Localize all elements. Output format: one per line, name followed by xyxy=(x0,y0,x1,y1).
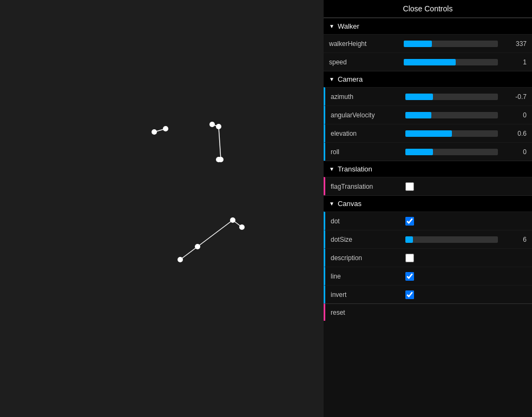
reset-row: reset xyxy=(324,303,532,321)
reset-label: reset xyxy=(331,309,345,316)
flag-translation-checkbox[interactable] xyxy=(405,182,414,191)
roll-value: 0 xyxy=(502,148,527,156)
invert-row: invert xyxy=(324,285,532,303)
angular-velocity-value: 0 xyxy=(502,111,527,119)
walker-height-value: 337 xyxy=(502,40,527,48)
close-controls-label: Close Controls xyxy=(403,4,453,13)
walker-height-slider-container[interactable] xyxy=(404,41,498,47)
description-label: description xyxy=(331,254,401,262)
elevation-label: elevation xyxy=(331,130,401,137)
translation-section-label: Translation xyxy=(338,165,372,173)
description-row: description xyxy=(324,248,532,267)
dot-checkbox[interactable] xyxy=(405,217,414,226)
roll-slider-container[interactable] xyxy=(405,149,498,155)
invert-label: invert xyxy=(331,291,401,299)
camera-section-header[interactable]: ▼ Camera xyxy=(324,71,532,87)
speed-slider-track[interactable] xyxy=(404,59,498,65)
main-canvas xyxy=(0,0,324,417)
azimuth-label: azimuth xyxy=(331,93,401,101)
elevation-slider-track[interactable] xyxy=(405,130,498,137)
walker-height-slider-fill xyxy=(404,41,432,47)
dot-label: dot xyxy=(331,217,401,225)
panel-header[interactable]: Close Controls xyxy=(324,0,532,18)
flag-translation-label: flagTranslation xyxy=(331,183,401,190)
line-row: line xyxy=(324,267,532,285)
speed-slider-fill xyxy=(404,59,456,65)
dot-size-slider-track[interactable] xyxy=(405,236,498,243)
description-checkbox[interactable] xyxy=(405,254,414,262)
elevation-value: 0.6 xyxy=(502,130,527,137)
invert-checkbox[interactable] xyxy=(405,290,414,299)
angular-velocity-slider-container[interactable] xyxy=(405,112,498,118)
azimuth-slider-track[interactable] xyxy=(405,94,498,100)
translation-section-header[interactable]: ▼ Translation xyxy=(324,161,532,177)
canvas-area xyxy=(0,0,324,417)
line-checkbox[interactable] xyxy=(405,272,414,281)
walker-height-slider-track[interactable] xyxy=(404,41,498,47)
azimuth-row: azimuth -0.7 xyxy=(324,87,532,105)
dot-size-label: dotSize xyxy=(331,236,401,243)
canvas-section-header[interactable]: ▼ Canvas xyxy=(324,195,532,211)
walker-arrow-icon: ▼ xyxy=(329,23,334,29)
camera-arrow-icon: ▼ xyxy=(329,76,334,82)
canvas-arrow-icon: ▼ xyxy=(329,201,334,207)
speed-slider-container[interactable] xyxy=(404,59,498,65)
angular-velocity-row: angularVelocity 0 xyxy=(324,105,532,124)
walker-height-row: walkerHeight 337 xyxy=(324,34,532,52)
elevation-slider-fill xyxy=(405,130,452,137)
line-label: line xyxy=(331,273,401,280)
dot-size-slider-fill xyxy=(405,236,413,243)
dot-size-value: 6 xyxy=(502,236,527,243)
dot-size-slider-container[interactable] xyxy=(405,236,498,243)
angular-velocity-slider-fill xyxy=(405,112,431,118)
canvas-section-label: Canvas xyxy=(338,200,362,208)
dot-size-row: dotSize 6 xyxy=(324,230,532,248)
speed-value: 1 xyxy=(502,58,527,66)
walker-height-label: walkerHeight xyxy=(329,40,399,48)
azimuth-slider-fill xyxy=(405,94,433,100)
speed-label: speed xyxy=(329,58,399,66)
walker-section-header[interactable]: ▼ Walker xyxy=(324,18,532,34)
roll-slider-fill xyxy=(405,149,433,155)
elevation-slider-container[interactable] xyxy=(405,130,498,137)
azimuth-value: -0.7 xyxy=(502,93,527,101)
controls-panel: Close Controls ▼ Walker walkerHeight 337… xyxy=(324,0,532,417)
angular-velocity-label: angularVelocity xyxy=(331,111,401,119)
camera-section-label: Camera xyxy=(338,75,363,83)
roll-slider-track[interactable] xyxy=(405,149,498,155)
roll-label: roll xyxy=(331,148,401,156)
speed-row: speed 1 xyxy=(324,52,532,71)
azimuth-slider-container[interactable] xyxy=(405,94,498,100)
translation-arrow-icon: ▼ xyxy=(329,166,334,172)
walker-section-label: Walker xyxy=(338,22,359,30)
roll-row: roll 0 xyxy=(324,142,532,161)
angular-velocity-slider-track[interactable] xyxy=(405,112,498,118)
flag-translation-row: flagTranslation xyxy=(324,177,532,195)
elevation-row: elevation 0.6 xyxy=(324,124,532,142)
dot-row: dot xyxy=(324,211,532,230)
